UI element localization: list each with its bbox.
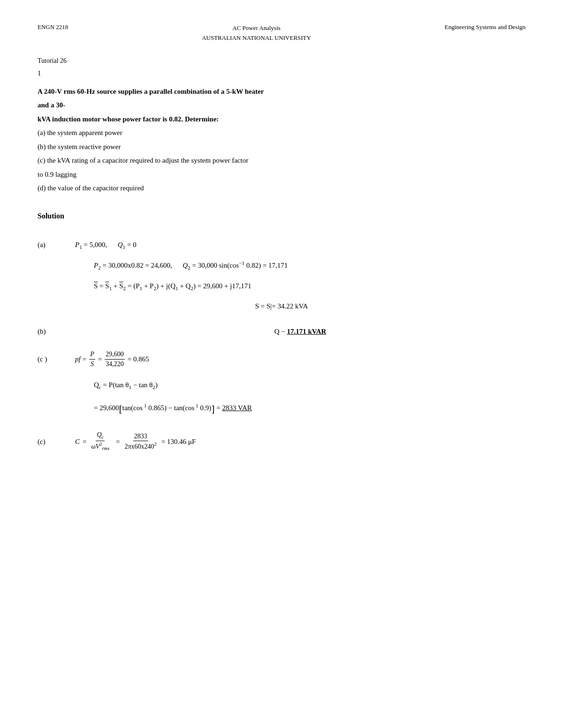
part-d-eq: C = Qc ωV2rms = 2833 2πx60x2402 bbox=[75, 430, 196, 453]
part-a-row1: (a) P1 = 5,000, Q1 = 0 bbox=[38, 238, 525, 253]
part-c-qc-eq1: Qc = P(tan θ1 − tan θ2) bbox=[94, 378, 525, 393]
problem-line7: to 0.9 lagging bbox=[38, 169, 460, 181]
fraction-p-s: P S bbox=[89, 350, 95, 368]
problem-line8: (d) the value of the capacitor required bbox=[38, 182, 460, 195]
part-b-label: (b) bbox=[38, 324, 75, 338]
fraction-2833-denom: 2833 2πx60x2402 bbox=[124, 432, 158, 451]
part-b-answer: 17.171 kVAR bbox=[287, 328, 326, 335]
qc-answer: 2833 VAR bbox=[222, 404, 252, 412]
problem-line2: and a 30- bbox=[38, 99, 460, 112]
s1-bar: S bbox=[105, 282, 109, 290]
header-subject: Engineering Systems and Design bbox=[445, 23, 525, 31]
part-c: (c ) pf = P S = 29,600 34,220 = 0.865 bbox=[38, 350, 525, 419]
fraction-den-value: 34,220 bbox=[105, 360, 125, 369]
fraction-values: 29,600 34,220 bbox=[105, 350, 125, 368]
part-a-eq4: S = S|= 34.22 kVA bbox=[38, 299, 525, 313]
page: ENGN 2218 AC Power Analysis AUSTRALIAN N… bbox=[0, 0, 563, 728]
problem-line4: (a) the system apparent power bbox=[38, 127, 460, 139]
solution-heading: Solution bbox=[38, 209, 525, 224]
frac-2833-num: 2833 bbox=[133, 432, 148, 442]
problem-number: 1 bbox=[38, 69, 525, 77]
fraction-num-value: 29,600 bbox=[105, 350, 125, 360]
part-a-eq2: P2 = 30,000x0.82 = 24,600, Q2 = 30,000 s… bbox=[94, 258, 525, 273]
fraction-numerator-p: P bbox=[89, 350, 95, 360]
header-center: AC Power Analysis AUSTRALIAN NATIONAL UN… bbox=[202, 23, 311, 43]
problem-line6: (c) the kVA rating of a capacitor requir… bbox=[38, 155, 460, 167]
part-c-qc-eq2: = 29,600[tan(cos 1 0.865) − tan(cos 1 0.… bbox=[94, 398, 525, 419]
right-bracket: ] bbox=[211, 403, 214, 414]
part-c-label: (c ) bbox=[38, 352, 75, 366]
part-d: (c) C = Qc ωV2rms = 2833 2πx60x24 bbox=[38, 430, 525, 453]
header-title: AC Power Analysis bbox=[202, 23, 311, 33]
part-b-eq: Q − 17.171 kVAR bbox=[75, 324, 525, 338]
part-a-eq3: S = S1 + S2 = (P1 + P2) + j(Q1 + Q2) = 2… bbox=[94, 279, 525, 294]
header: ENGN 2218 AC Power Analysis AUSTRALIAN N… bbox=[38, 23, 525, 43]
frac-2833-den: 2πx60x2402 bbox=[124, 441, 158, 451]
problem-line1: A 240-V rms 60-Hz source supplies a para… bbox=[38, 86, 460, 98]
header-university: AUSTRALIAN NATIONAL UNIVERSITY bbox=[202, 33, 311, 43]
part-d-row: (c) C = Qc ωV2rms = 2833 2πx60x24 bbox=[38, 430, 525, 453]
part-a-eq1: P1 = 5,000, Q1 = 0 bbox=[75, 238, 137, 253]
part-c-pf-eq: pf = P S = 29,600 34,220 = 0.865 bbox=[75, 350, 149, 368]
part-a-label: (a) bbox=[38, 238, 75, 252]
fraction-denominator-s: S bbox=[90, 360, 95, 369]
frac-qc-den: ωV2rms bbox=[90, 441, 110, 452]
part-b: (b) Q − 17.171 kVAR bbox=[38, 324, 525, 338]
s2-bar: S bbox=[119, 282, 123, 290]
tutorial-label: Tutorial 26 bbox=[38, 57, 525, 65]
header-course-code: ENGN 2218 bbox=[38, 23, 68, 31]
part-c-row1: (c ) pf = P S = 29,600 34,220 = 0.865 bbox=[38, 350, 525, 368]
part-b-row: (b) Q − 17.171 kVAR bbox=[38, 324, 525, 338]
fraction-qc-omega: Qc ωV2rms bbox=[90, 430, 110, 453]
left-bracket: [ bbox=[119, 403, 122, 414]
problem-line5: (b) the system reactive power bbox=[38, 141, 460, 153]
frac-qc-num: Qc bbox=[96, 430, 105, 441]
part-a: (a) P1 = 5,000, Q1 = 0 P2 = 30,000x0.82 … bbox=[38, 238, 525, 314]
part-d-label: (c) bbox=[38, 435, 75, 449]
problem-line3: kVA induction motor whose power factor i… bbox=[38, 113, 460, 126]
s-bar: S bbox=[94, 282, 98, 290]
solution: Solution (a) P1 = 5,000, Q1 = 0 P2 = 30,… bbox=[38, 209, 525, 453]
problem-statement: A 240-V rms 60-Hz source supplies a para… bbox=[38, 86, 460, 195]
